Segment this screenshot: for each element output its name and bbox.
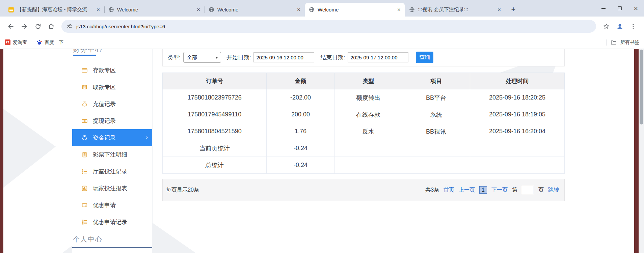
page-size-text: 每页显示20条 xyxy=(166,187,199,194)
lottery-detail-icon xyxy=(81,151,88,158)
sidebar-item-promo-apply[interactable]: 优惠申请 xyxy=(72,197,152,214)
query-button[interactable]: 查询 xyxy=(416,52,433,63)
next-page-link[interactable]: 下一页 xyxy=(491,187,508,194)
forward-button[interactable] xyxy=(18,20,31,33)
cell-amount: -0.24 xyxy=(267,157,334,174)
back-button[interactable] xyxy=(4,20,18,33)
cell-time: 2025-09-16 16:20:04 xyxy=(470,123,565,140)
cell-project: 系统 xyxy=(402,106,470,123)
sidebar-item-label: 存款专区 xyxy=(93,66,116,74)
all-bookmarks-button[interactable]: 所有书签 xyxy=(620,39,639,46)
bookmark-label: 爱淘宝 xyxy=(13,39,27,46)
sidebar-item-label: 资金记录 xyxy=(93,134,116,142)
home-button[interactable] xyxy=(45,20,58,33)
main-content: 类型: 全部 开始日期: 结束日期: 查询 订单号 金额 类型 项目 处理时间 xyxy=(162,49,565,201)
cell-order-no: 1758018023975726 xyxy=(163,89,267,106)
recharge-moneybag-icon xyxy=(81,101,88,107)
table-row: 1758010804521590 1.76 反水 BB视讯 2025-09-16… xyxy=(163,123,565,140)
sidebar-item-funds-record[interactable]: 资金记录 › xyxy=(72,129,152,146)
sidebar-item-withdraw-area[interactable]: 取款专区 xyxy=(72,79,152,95)
sidebar-item-label: 厅室投注记录 xyxy=(93,168,127,175)
prev-page-link[interactable]: 上一页 xyxy=(459,187,475,194)
tab-close-icon[interactable]: × xyxy=(496,6,503,13)
site-settings-tune-icon[interactable] xyxy=(66,23,73,29)
total-count-text: 共3条 xyxy=(425,187,439,194)
cell-amount: -0.24 xyxy=(267,140,334,157)
jump-button[interactable]: 跳转 xyxy=(548,187,559,194)
browser-tab-welcome-active[interactable]: Welcome × xyxy=(305,3,405,17)
cell-amount: 200.00 xyxy=(267,106,334,123)
tab-close-icon[interactable]: × xyxy=(396,6,402,13)
globe-icon xyxy=(309,7,315,12)
sidebar-item-withdraw-record[interactable]: 提现记录 xyxy=(72,112,152,129)
tab-close-icon[interactable]: × xyxy=(295,6,302,13)
sidebar-item-recharge-record[interactable]: 充值记录 xyxy=(72,95,152,112)
sidebar-item-lottery-bet-detail[interactable]: 彩票下注明细 xyxy=(72,146,152,163)
bookmark-baidu[interactable]: 百度一下 xyxy=(36,39,63,46)
maximize-button[interactable] xyxy=(612,0,628,17)
reload-button[interactable] xyxy=(31,20,45,33)
header-amount: 金额 xyxy=(267,73,334,89)
page-background: 财务中心 存款专区 取款专区 充值记录 提现记录 资金记录 xyxy=(0,49,644,253)
browser-menu-icon[interactable] xyxy=(626,20,640,33)
sidebar-item-promo-apply-record[interactable]: 优惠申请记录 xyxy=(72,214,152,230)
profile-avatar-button[interactable] xyxy=(613,20,626,33)
cell-type: 反水 xyxy=(334,123,402,140)
hall-bet-record-icon xyxy=(81,168,88,175)
table-header-row: 订单号 金额 类型 项目 处理时间 xyxy=(163,73,565,89)
bookmark-taobao[interactable]: 爱淘宝 xyxy=(5,39,27,46)
sidebar-item-label: 提现记录 xyxy=(93,117,116,125)
sidebar-section-finance: 财务中心 xyxy=(72,49,152,54)
new-tab-button[interactable]: + xyxy=(508,4,518,15)
bookmarks-divider xyxy=(607,39,607,46)
browser-tab-forum[interactable]: 【新提醒】海燕论坛 - 博学交流 × xyxy=(4,3,104,17)
cell-empty xyxy=(334,157,402,174)
cell-empty xyxy=(334,140,402,157)
table-row-page-total: 当前页统计 -0.24 xyxy=(163,140,565,157)
scrollbar[interactable] xyxy=(639,49,644,253)
browser-tab-video-records[interactable]: :::视讯 会员下注纪录::: × xyxy=(405,3,505,17)
globe-icon xyxy=(209,7,214,12)
table-row: 1758017945499110 200.00 在线存款 系统 2025-09-… xyxy=(163,106,565,123)
sidebar-item-player-bet-report[interactable]: 玩家投注报表 xyxy=(72,180,152,197)
sidebar-item-deposit-area[interactable]: 存款专区 xyxy=(72,62,152,79)
window-close-button[interactable]: × xyxy=(628,0,644,17)
bookmark-star-icon[interactable] xyxy=(599,20,613,33)
cell-project: BB平台 xyxy=(402,89,470,106)
window-controls: × xyxy=(595,0,644,17)
bookmarks-bar: 爱淘宝 百度一下 所有书签 xyxy=(0,36,644,49)
taobao-icon xyxy=(5,39,10,45)
records-table: 订单号 金额 类型 项目 处理时间 1758018023975726 -202.… xyxy=(162,73,565,174)
browser-toolbar: js13.cc/hhcp/usercenter.html?iniType=6 xyxy=(0,17,644,36)
page-jump-input[interactable] xyxy=(522,186,534,194)
address-bar[interactable]: js13.cc/hhcp/usercenter.html?iniType=6 xyxy=(61,20,596,33)
sidebar-item-hall-bet-record[interactable]: 厅室投注记录 xyxy=(72,163,152,180)
browser-tab-welcome-2[interactable]: Welcome × xyxy=(205,3,305,17)
funds-record-icon xyxy=(81,135,88,141)
tab-close-icon[interactable]: × xyxy=(95,6,102,13)
scrollbar-thumb[interactable] xyxy=(640,50,643,124)
first-page-link[interactable]: 首页 xyxy=(444,187,454,194)
left-edge-strip xyxy=(0,49,3,253)
chevron-down-icon xyxy=(215,57,218,59)
minimize-button[interactable] xyxy=(595,0,612,17)
cell-label: 总统计 xyxy=(163,157,267,174)
bookmark-label: 百度一下 xyxy=(45,39,63,46)
tab-close-icon[interactable]: × xyxy=(195,6,202,13)
url-text[interactable]: js13.cc/hhcp/usercenter.html?iniType=6 xyxy=(76,24,165,29)
cell-type: 额度转出 xyxy=(334,89,402,106)
header-process-time: 处理时间 xyxy=(470,73,565,89)
cell-empty xyxy=(470,157,565,174)
end-date-input[interactable] xyxy=(348,52,408,62)
globe-icon xyxy=(409,7,415,12)
table-row-grand-total: 总统计 -0.24 xyxy=(163,157,565,174)
browser-tab-welcome-1[interactable]: Welcome × xyxy=(104,3,205,17)
start-date-input[interactable] xyxy=(253,52,314,62)
cell-project: BB视讯 xyxy=(402,123,470,140)
type-select[interactable]: 全部 xyxy=(183,52,221,63)
promo-ticket-icon xyxy=(81,202,88,208)
cell-order-no: 1758010804521590 xyxy=(163,123,267,140)
cell-empty xyxy=(402,140,470,157)
section-underline xyxy=(73,55,96,56)
cell-amount: -202.00 xyxy=(267,89,334,106)
